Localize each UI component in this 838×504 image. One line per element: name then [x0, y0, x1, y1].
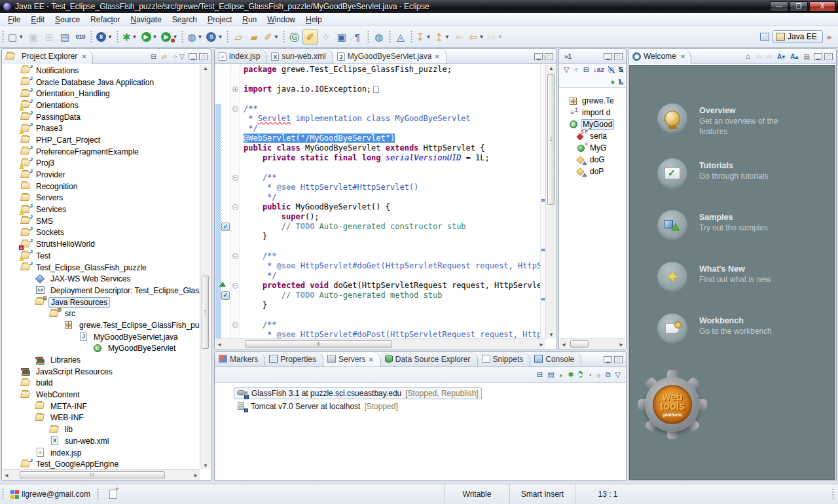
- dropdown-arrow-icon[interactable]: ▼: [498, 34, 503, 40]
- collapse-fold-icon[interactable]: −: [232, 106, 238, 112]
- tab-snippets[interactable]: Snippets: [478, 352, 531, 367]
- open-resource-folder-button[interactable]: ▱: [230, 29, 246, 45]
- code-line[interactable]: [244, 94, 545, 104]
- menu-window[interactable]: Window: [262, 14, 301, 26]
- scroll-up-icon[interactable]: ▲: [200, 65, 211, 71]
- run-server-button[interactable]: ▶▼: [159, 29, 179, 45]
- hide-nonpublic-icon[interactable]: ●: [611, 78, 615, 86]
- outline-item-import-d[interactable]: import d: [560, 107, 625, 118]
- tree-item-strutshelloworld[interactable]: JxStrutsHelloWorld: [3, 238, 200, 250]
- back-history-button[interactable]: ⇦▼: [467, 29, 486, 45]
- menu-help[interactable]: Help: [301, 14, 327, 26]
- code-line[interactable]: [244, 75, 545, 84]
- import-button[interactable]: ▰: [246, 29, 262, 45]
- code-line[interactable]: /**: [244, 251, 545, 261]
- override-indicator-icon[interactable]: [219, 281, 226, 287]
- binary-file-button[interactable]: 010: [73, 29, 88, 45]
- start-server-icon[interactable]: ▶: [578, 370, 583, 380]
- minimize-view-icon[interactable]: ▁: [604, 356, 612, 363]
- tree-item-test[interactable]: JTest: [3, 250, 200, 262]
- generate-annotation-button[interactable]: Ⓖ: [287, 29, 302, 45]
- dropdown-arrow-icon[interactable]: ▼: [153, 34, 158, 40]
- previous-annotation-button[interactable]: ↥▼: [433, 29, 452, 45]
- editor-tab-sun-web-xml[interactable]: Xsun-web.xml: [267, 49, 333, 63]
- editor-hscrollbar[interactable]: ◄ ►: [215, 338, 545, 349]
- last-edit-location-button[interactable]: ⇤: [452, 29, 467, 45]
- code-line[interactable]: */: [244, 271, 545, 281]
- tree-item-sockets[interactable]: JSockets: [3, 227, 200, 239]
- stop-server-icon[interactable]: ■: [596, 371, 601, 379]
- restore-button[interactable]: ❐: [790, 1, 808, 12]
- tree-item-deployment-descriptor-test-eclipse-glassfi[interactable]: 3.0Deployment Descriptor: Test_Eclipse_G…: [3, 285, 200, 297]
- scroll-right-icon[interactable]: ►: [192, 473, 200, 478]
- code-line[interactable]: private static final long serialVersionU…: [244, 153, 545, 163]
- tab-welcome[interactable]: ◉ Welcome ✕: [628, 49, 691, 64]
- collapse-all-icon[interactable]: ⊟: [583, 65, 589, 74]
- code-line[interactable]: protected void doGet(HttpServletRequest …: [244, 281, 545, 291]
- tree-item-orientation-handling[interactable]: JOrientation_Handling: [3, 88, 200, 99]
- tree-item-sun-web-xml[interactable]: Xsun-web.xml: [3, 435, 200, 447]
- link-dots-icon[interactable]: ⁘: [573, 65, 579, 74]
- task-check-icon[interactable]: ✓: [221, 291, 230, 300]
- tree-item-libraries[interactable]: Libraries: [3, 354, 200, 366]
- scroll-left-icon[interactable]: ◄: [3, 473, 10, 478]
- dropdown-arrow-icon[interactable]: ▼: [107, 34, 113, 40]
- profile-server-icon[interactable]: ◔: [587, 371, 592, 379]
- menu-navigate[interactable]: Navigate: [125, 14, 166, 26]
- customize-page-icon[interactable]: ▤: [803, 52, 811, 61]
- code-line[interactable]: public class MyGoodByeServlet extends Ht…: [244, 143, 545, 153]
- tree-item-notifications[interactable]: JNotifications: [3, 65, 200, 77]
- menu-project[interactable]: Project: [202, 14, 237, 26]
- show-source-block-button[interactable]: ▣: [334, 29, 350, 45]
- tree-item-servers[interactable]: Servers: [3, 192, 200, 204]
- view-menu-icon[interactable]: ▽: [615, 370, 621, 379]
- tree-item-web-inf[interactable]: WEB-INF: [3, 412, 200, 424]
- enlarge-font-icon[interactable]: A▴: [789, 52, 799, 61]
- save-all-button[interactable]: ⊞: [41, 29, 57, 45]
- collapse-all-icon[interactable]: ⊟: [149, 52, 157, 61]
- collapse-fold-icon[interactable]: −: [232, 322, 238, 328]
- hide-fields-icon[interactable]: ◎: [608, 65, 615, 74]
- dropdown-arrow-icon[interactable]: ▼: [197, 34, 202, 40]
- maximize-view-icon[interactable]: □: [824, 53, 833, 60]
- tab-markers[interactable]: Markers: [215, 352, 265, 367]
- welcome-link-samples[interactable]: SamplesTry out the samples: [657, 210, 835, 240]
- tree-item-grewe-test-eclipse-glassfish-puzzle[interactable]: grewe.Test_Eclipse_GlassFish_puzzle: [3, 319, 200, 331]
- signed-in-account[interactable]: llgrewe@gmail.com: [22, 490, 90, 499]
- expand-fold-icon[interactable]: +: [232, 86, 238, 92]
- code-line[interactable]: [244, 310, 545, 320]
- code-line[interactable]: }: [244, 232, 545, 242]
- link-dots-button[interactable]: ⁘: [318, 29, 334, 45]
- menu-run[interactable]: Run: [237, 14, 262, 26]
- code-line[interactable]: * @see HttpServlet#doPost(HttpServletReq…: [244, 330, 545, 338]
- tab-console[interactable]: Console: [530, 352, 581, 367]
- tree-item-lib[interactable]: lib: [3, 423, 200, 435]
- menu-edit[interactable]: Edit: [26, 14, 50, 26]
- maximize-editor-icon[interactable]: □: [545, 53, 553, 60]
- glassfish-update-button[interactable]: 8▼: [94, 29, 115, 45]
- editor-tab-index-jsp[interactable]: ≡index.jsp: [215, 49, 267, 63]
- minimize-editor-icon[interactable]: ▁: [534, 53, 543, 60]
- next-annotation-button[interactable]: ↧▼: [414, 29, 433, 45]
- code-line[interactable]: // TODO Auto-generated method stub: [244, 291, 545, 300]
- debug-button[interactable]: ✱▼: [120, 29, 139, 45]
- outline-item-grewe-te[interactable]: grewe.Te: [560, 95, 625, 107]
- view-menu-icon[interactable]: ▽: [564, 65, 569, 74]
- view-stack-overflow-label[interactable]: »1: [563, 52, 573, 61]
- scroll-right-icon[interactable]: ►: [537, 342, 545, 348]
- dropdown-arrow-icon[interactable]: ▼: [445, 34, 450, 40]
- scroll-up-icon[interactable]: ▲: [546, 65, 556, 71]
- tree-item-mygoodbyeservlet-java[interactable]: JMyGoodByeServlet.java: [3, 331, 200, 343]
- code-line[interactable]: /**: [244, 173, 545, 183]
- welcome-link-overview[interactable]: OverviewGet an overview of the features: [657, 103, 835, 137]
- code-line[interactable]: [244, 163, 545, 173]
- code-line[interactable]: public MyGoodByeServlet() {: [244, 202, 545, 212]
- tree-item-index-jsp[interactable]: ≡index.jsp: [3, 447, 200, 459]
- server-row-tomcat[interactable]: Tomcat v7.0 Server at localhost[Stopped]: [234, 400, 625, 413]
- collapse-all-icon[interactable]: ⊟: [537, 370, 543, 379]
- code-line[interactable]: /**: [244, 320, 545, 330]
- code-line[interactable]: */: [244, 192, 545, 202]
- tree-item-provider[interactable]: JProvider: [3, 169, 200, 181]
- tree-item-preferencefragmentexample[interactable]: JPreferenceFragmentExample: [3, 146, 200, 158]
- minimize-view-icon[interactable]: ▁: [189, 53, 197, 60]
